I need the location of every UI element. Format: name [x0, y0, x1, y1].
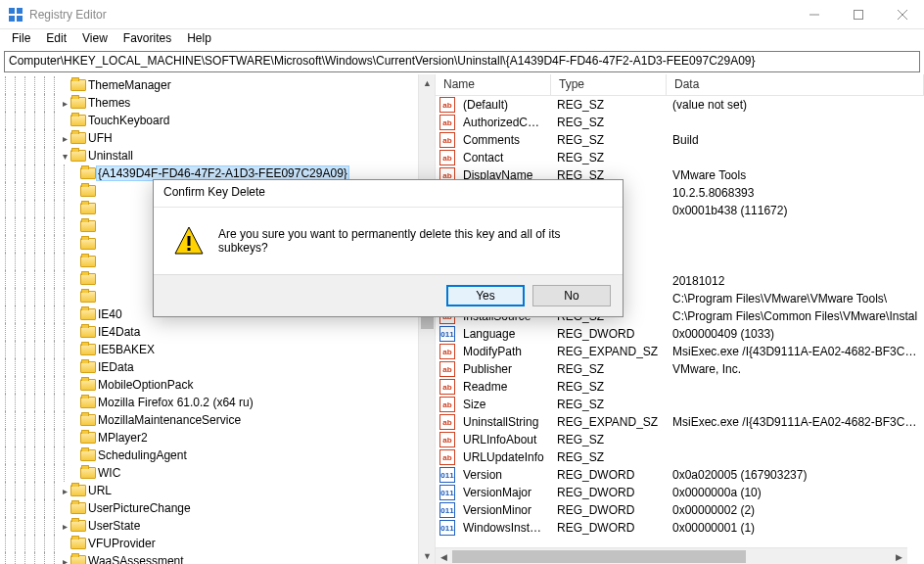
list-row[interactable]: abSizeREG_SZ: [436, 396, 924, 413]
menu-help[interactable]: Help: [179, 29, 219, 49]
tree-item[interactable]: UserPictureChange: [0, 499, 435, 517]
folder-icon: [80, 397, 96, 408]
tree-item[interactable]: MPlayer2: [0, 429, 435, 446]
list-row[interactable]: 011VersionMinorREG_DWORD0x00000002 (2): [436, 501, 924, 519]
folder-icon: [70, 555, 86, 564]
tree-scrollbar[interactable]: ▲ ▼: [418, 74, 435, 564]
tree-item[interactable]: IEData: [0, 358, 435, 376]
folder-icon: [70, 502, 86, 514]
list-row[interactable]: abUninstallStringREG_EXPAND_SZMsiExec.ex…: [436, 413, 924, 431]
list-header: Name Type Data: [436, 74, 924, 96]
app-icon: [8, 7, 23, 23]
tree-item[interactable]: IE5BAKEX: [0, 341, 435, 358]
folder-icon: [70, 97, 86, 109]
list-row[interactable]: 011WindowsInstallerREG_DWORD0x00000001 (…: [436, 519, 924, 537]
value-name: WindowsInstaller: [457, 521, 551, 535]
tree-item[interactable]: ▸WaaSAssessment: [0, 552, 435, 564]
chevron-down-icon[interactable]: ▾: [59, 151, 70, 162]
scroll-up-icon[interactable]: ▲: [419, 74, 436, 91]
maximize-button[interactable]: [836, 0, 880, 29]
tree-item[interactable]: WIC: [0, 464, 435, 482]
folder-icon: [80, 414, 96, 426]
tree-item[interactable]: ThemeManager: [0, 76, 435, 94]
folder-icon: [80, 220, 96, 232]
yes-button[interactable]: Yes: [446, 285, 525, 306]
list-row[interactable]: abURLUpdateInfoREG_SZ: [436, 448, 924, 466]
list-row[interactable]: abReadmeREG_SZ: [436, 378, 924, 396]
address-bar[interactable]: [4, 51, 920, 72]
list-row[interactable]: abURLInfoAboutREG_SZ: [436, 431, 924, 448]
warning-icon: [173, 225, 205, 257]
folder-icon: [80, 167, 96, 179]
no-button[interactable]: No: [532, 285, 611, 306]
tree-item[interactable]: Mozilla Firefox 61.0.2 (x64 ru): [0, 394, 435, 411]
tree-item[interactable]: MozillaMaintenanceService: [0, 411, 435, 429]
list-pane: Name Type Data ab(Default)REG_SZ(value n…: [436, 74, 924, 564]
menu-favorites[interactable]: Favorites: [116, 29, 179, 49]
menu-view[interactable]: View: [74, 29, 116, 49]
tree-item[interactable]: SchedulingAgent: [0, 446, 435, 464]
dialog-footer: Yes No: [154, 274, 623, 316]
list-row[interactable]: abContactREG_SZ: [436, 149, 924, 166]
dialog-body: Are you sure you want to permanently del…: [154, 208, 623, 274]
col-data[interactable]: Data: [667, 74, 924, 95]
value-data: C:\Program Files\VMware\VMware Tools\: [667, 292, 924, 306]
value-type: REG_DWORD: [551, 468, 667, 482]
scroll-down-icon[interactable]: ▼: [419, 547, 436, 564]
tree-item-label: WIC: [96, 466, 122, 480]
tree-item[interactable]: ▸UserState: [0, 517, 435, 535]
tree-item[interactable]: ▸Themes: [0, 94, 435, 112]
tree-item[interactable]: IE4Data: [0, 323, 435, 341]
minimize-button[interactable]: [792, 0, 836, 29]
string-value-icon: ab: [439, 344, 455, 359]
list-row[interactable]: 011LanguageREG_DWORD0x00000409 (1033): [436, 325, 924, 343]
menu-file[interactable]: File: [4, 29, 38, 49]
value-name: Publisher: [457, 362, 551, 376]
col-name[interactable]: Name: [436, 74, 551, 95]
chevron-right-icon[interactable]: ▸: [59, 556, 70, 565]
tree-item[interactable]: MobileOptionPack: [0, 376, 435, 394]
value-data: 0x00000002 (2): [667, 503, 924, 517]
scroll-thumb-h[interactable]: [452, 550, 746, 563]
string-value-icon: ab: [439, 414, 455, 430]
list-row[interactable]: abCommentsREG_SZBuild: [436, 131, 924, 149]
list-row[interactable]: 011VersionREG_DWORD0x0a020005 (167903237…: [436, 466, 924, 484]
tree-item[interactable]: ▾Uninstall: [0, 147, 435, 164]
scroll-left-icon[interactable]: ◀: [436, 548, 452, 564]
value-type: REG_DWORD: [551, 486, 667, 499]
chevron-right-icon[interactable]: ▸: [59, 98, 70, 109]
value-type: REG_SZ: [551, 362, 667, 376]
list-row[interactable]: abAuthorizedCDFP...REG_SZ: [436, 114, 924, 131]
menu-edit[interactable]: Edit: [38, 29, 74, 49]
value-name: Readme: [457, 380, 551, 394]
list-row[interactable]: abModifyPathREG_EXPAND_SZMsiExec.exe /I{…: [436, 343, 924, 360]
string-value-icon: ab: [439, 97, 455, 113]
value-data: 10.2.5.8068393: [667, 186, 924, 200]
address-input[interactable]: [9, 54, 915, 68]
tree-item[interactable]: TouchKeyboard: [0, 112, 435, 129]
list-row[interactable]: abPublisherREG_SZVMware, Inc.: [436, 360, 924, 378]
tree-item[interactable]: ▸URL: [0, 482, 435, 499]
value-name: Contact: [457, 151, 551, 164]
svg-rect-10: [188, 248, 191, 251]
chevron-right-icon[interactable]: ▸: [59, 486, 70, 496]
col-type[interactable]: Type: [551, 74, 667, 95]
folder-icon: [80, 238, 96, 250]
folder-icon: [70, 538, 86, 549]
value-name: VersionMinor: [457, 503, 551, 517]
tree-item-label: MobileOptionPack: [96, 378, 195, 392]
chevron-right-icon[interactable]: ▸: [59, 521, 70, 532]
list-row[interactable]: ab(Default)REG_SZ(value not set): [436, 96, 924, 114]
list-scrollbar-h[interactable]: ◀ ▶: [436, 547, 907, 564]
close-button[interactable]: [880, 0, 924, 29]
scroll-right-icon[interactable]: ▶: [891, 548, 907, 564]
value-type: REG_DWORD: [551, 327, 667, 341]
svg-rect-9: [188, 236, 191, 246]
tree-item[interactable]: VFUProvider: [0, 535, 435, 552]
list-row[interactable]: 011VersionMajorREG_DWORD0x0000000a (10): [436, 484, 924, 501]
value-name: Language: [457, 327, 551, 341]
chevron-right-icon[interactable]: ▸: [59, 133, 70, 144]
value-name: Version: [457, 468, 551, 482]
tree-item[interactable]: ▸UFH: [0, 129, 435, 147]
svg-rect-3: [17, 16, 23, 22]
